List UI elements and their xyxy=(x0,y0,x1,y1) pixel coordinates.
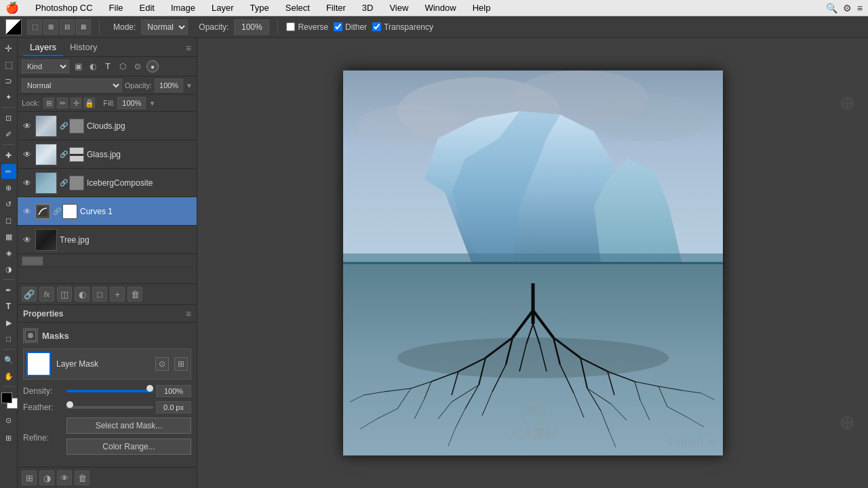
menu-extra-icon[interactable]: ≡ xyxy=(857,3,863,14)
layer-filter-type[interactable]: T xyxy=(102,60,114,73)
opacity-arrow[interactable]: ▼ xyxy=(186,82,193,89)
menu-view[interactable]: View xyxy=(387,1,411,14)
subtract-selection-btn[interactable]: ⊟ xyxy=(60,20,75,35)
feather-thumb[interactable] xyxy=(66,401,73,408)
layer-visibility-glass[interactable]: 👁 xyxy=(22,149,33,160)
fx-btn[interactable]: fx xyxy=(39,287,54,302)
delete-mask-btn[interactable]: 🗑 xyxy=(75,470,90,485)
layer-mask-clouds[interactable] xyxy=(69,119,84,134)
menu-edit[interactable]: Edit xyxy=(137,1,157,14)
layer-item-tree[interactable]: 👁 Tree.jpg xyxy=(18,226,197,254)
add-mask-btn[interactable]: ◫ xyxy=(57,287,72,302)
delete-layer-btn[interactable]: 🗑 xyxy=(127,287,142,302)
panel-menu-btn[interactable]: ≡ xyxy=(186,43,191,56)
tab-layers[interactable]: Layers xyxy=(23,39,63,56)
brush-tool[interactable]: ✏ xyxy=(1,164,16,179)
tab-history[interactable]: History xyxy=(63,39,104,56)
apply-selection-btn[interactable]: ⊞ xyxy=(22,470,37,485)
lock-image-btn[interactable]: ✏ xyxy=(57,98,68,108)
add-selection-btn[interactable]: ⊞ xyxy=(43,20,58,35)
menu-filter[interactable]: Filter xyxy=(323,1,349,14)
eraser-tool[interactable]: ◻ xyxy=(1,213,16,228)
menu-layer[interactable]: Layer xyxy=(209,1,237,14)
hand-tool[interactable]: ✋ xyxy=(1,369,16,384)
layer-link-curves[interactable]: 🔗 xyxy=(53,207,60,215)
transparency-checkbox[interactable]: Transparency xyxy=(372,22,433,32)
color-range-btn[interactable]: Color Range... xyxy=(66,439,191,455)
fill-input[interactable] xyxy=(117,97,146,109)
clone-tool[interactable]: ⊕ xyxy=(1,180,16,195)
layer-item-glass[interactable]: 👁 🔗 Glass.jpg xyxy=(18,140,197,169)
path-select-tool[interactable]: ▶ xyxy=(1,315,16,330)
gradient-tool[interactable]: ▦ xyxy=(1,229,16,244)
density-thumb[interactable] xyxy=(146,385,153,392)
group-layers-btn[interactable]: □ xyxy=(92,287,107,302)
lock-position-btn[interactable]: ✛ xyxy=(71,98,81,108)
color-selector[interactable] xyxy=(1,392,16,407)
dither-check[interactable] xyxy=(334,22,342,31)
density-slider[interactable] xyxy=(66,387,153,395)
add-adjustment-btn[interactable]: ◐ xyxy=(75,287,90,302)
search-icon[interactable]: 🔍 xyxy=(826,3,837,14)
opacity-input[interactable] xyxy=(234,20,269,35)
layer-filter-smart[interactable]: ⊙ xyxy=(132,60,144,73)
magic-wand-tool[interactable]: ✦ xyxy=(1,89,16,104)
mask-options-btn-2[interactable]: ⊞ xyxy=(174,357,188,371)
link-layers-btn[interactable]: 🔗 xyxy=(22,287,37,302)
layer-mask-glass[interactable] xyxy=(69,147,84,162)
foreground-swatch[interactable] xyxy=(5,19,22,35)
layer-link-glass[interactable]: 🔗 xyxy=(60,150,66,158)
layer-kind-select[interactable]: Kind xyxy=(22,60,69,73)
layer-filter-adjustment[interactable]: ◐ xyxy=(87,60,99,73)
history-brush-tool[interactable]: ↺ xyxy=(1,197,16,211)
layer-filter-shape[interactable]: ⬡ xyxy=(117,60,129,73)
mask-thumbnail[interactable] xyxy=(26,352,51,376)
lock-all-btn[interactable]: 🔒 xyxy=(84,98,95,108)
reverse-checkbox[interactable]: Reverse xyxy=(286,22,328,32)
blend-mode-select[interactable]: Normal xyxy=(22,79,122,92)
invert-mask-btn[interactable]: ◑ xyxy=(39,470,54,485)
menu-help[interactable]: Help xyxy=(470,1,494,14)
zoom-tool[interactable]: 🔍 xyxy=(1,352,16,367)
layer-mask-curves[interactable] xyxy=(62,204,77,219)
mode-select[interactable]: Normal xyxy=(141,20,188,35)
eyedropper-tool[interactable]: ✐ xyxy=(1,127,16,142)
layer-item-extra[interactable] xyxy=(18,254,197,268)
dodge-tool[interactable]: ◑ xyxy=(1,262,16,277)
foreground-color[interactable] xyxy=(1,392,12,403)
fill-arrow[interactable]: ▼ xyxy=(149,100,155,107)
density-value-input[interactable] xyxy=(156,385,191,397)
pen-tool[interactable]: ✒ xyxy=(1,283,16,298)
canvas-area[interactable]: ⊕ ⊕ ⊕ ⊕ xyxy=(197,38,868,488)
layer-item-curves[interactable]: 👁 🔗 Curves 1 xyxy=(18,197,197,226)
layer-filter-pixel[interactable]: ▣ xyxy=(72,60,84,73)
menu-type[interactable]: Type xyxy=(248,1,272,14)
marquee-tool[interactable]: ⬚ xyxy=(1,57,16,72)
layer-link-iceberg[interactable]: 🔗 xyxy=(60,179,66,186)
quick-mask-btn[interactable]: ⊙ xyxy=(1,413,16,428)
shape-tool[interactable]: □ xyxy=(1,331,16,346)
screen-mode-btn[interactable]: ⊞ xyxy=(1,430,16,445)
transparency-check[interactable] xyxy=(372,22,381,31)
reverse-check[interactable] xyxy=(286,22,295,31)
crop-tool[interactable]: ⊡ xyxy=(1,110,16,125)
menu-window[interactable]: Window xyxy=(422,1,458,14)
layer-visibility-tree[interactable]: 👁 xyxy=(22,235,33,245)
dither-checkbox[interactable]: Dither xyxy=(334,22,367,32)
properties-menu-btn[interactable]: ≡ xyxy=(186,308,191,319)
lock-transparent-btn[interactable]: ⊞ xyxy=(43,98,54,108)
canvas-image[interactable]: M 人人素材 Linked in xyxy=(343,70,723,455)
menu-select[interactable]: Select xyxy=(283,1,313,14)
layer-filter-toggle[interactable]: ● xyxy=(146,60,159,73)
feather-slider[interactable] xyxy=(66,403,153,411)
opacity-input[interactable] xyxy=(155,79,183,92)
layer-visibility-curves[interactable]: 👁 xyxy=(22,206,33,217)
healing-tool[interactable]: ✚ xyxy=(1,148,16,163)
layer-mask-iceberg[interactable] xyxy=(69,176,84,190)
feather-value-input[interactable] xyxy=(156,401,191,413)
lasso-tool[interactable]: ⊃ xyxy=(1,73,16,88)
type-tool[interactable]: T xyxy=(1,299,16,314)
intersect-selection-btn[interactable]: ⊠ xyxy=(76,20,91,35)
blur-tool[interactable]: ◈ xyxy=(1,245,16,260)
new-layer-btn[interactable]: + xyxy=(110,287,125,302)
